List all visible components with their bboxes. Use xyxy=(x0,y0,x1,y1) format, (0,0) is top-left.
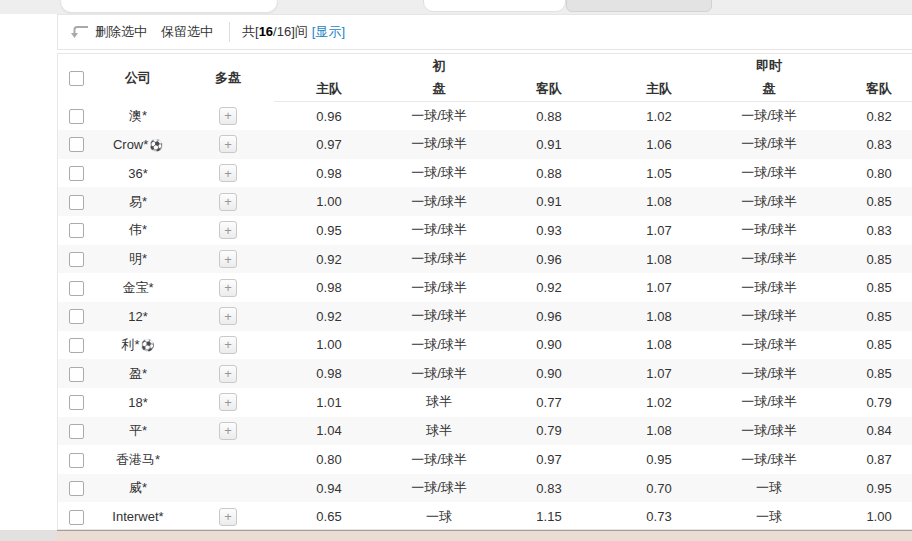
live-away-odds: 0.85 xyxy=(824,331,912,360)
row-checkbox[interactable] xyxy=(69,481,84,496)
row-checkbox[interactable] xyxy=(69,137,84,152)
column-header-live-away: 客队 xyxy=(824,77,912,102)
row-checkbox[interactable] xyxy=(69,166,84,181)
select-all-checkbox[interactable] xyxy=(69,71,84,86)
init-handicap: 一球/球半 xyxy=(384,474,494,503)
table-row: 利*⚽ + 1.00 一球/球半 0.90 1.08 一球/球半 0.85 xyxy=(58,331,912,360)
live-home-odds: 1.07 xyxy=(604,273,714,302)
company-name: 36* xyxy=(128,166,148,181)
live-home-odds: 0.70 xyxy=(604,474,714,503)
init-home-odds: 0.95 xyxy=(274,216,384,245)
live-away-odds: 0.84 xyxy=(824,417,912,446)
company-name: 12* xyxy=(128,309,148,324)
row-checkbox[interactable] xyxy=(69,252,84,267)
expand-plus-button[interactable]: + xyxy=(219,393,237,411)
show-link[interactable]: [显示] xyxy=(312,23,345,41)
company-name: 伟* xyxy=(129,222,147,237)
row-checkbox[interactable] xyxy=(69,367,84,382)
top-search-input[interactable] xyxy=(60,0,278,13)
group-header-initial: 初 xyxy=(274,54,604,77)
row-checkbox[interactable] xyxy=(69,510,84,525)
live-home-odds: 1.08 xyxy=(604,187,714,216)
expand-plus-button[interactable]: + xyxy=(219,279,237,297)
init-away-odds: 0.88 xyxy=(494,102,604,131)
init-handicap: 一球/球半 xyxy=(384,273,494,302)
expand-plus-button[interactable]: + xyxy=(219,221,237,239)
init-home-odds: 0.96 xyxy=(274,102,384,131)
expand-plus-button[interactable]: + xyxy=(219,135,237,153)
init-home-odds: 0.98 xyxy=(274,159,384,188)
row-checkbox[interactable] xyxy=(69,309,84,324)
row-checkbox[interactable] xyxy=(69,195,84,210)
live-home-odds: 0.73 xyxy=(604,502,714,530)
live-handicap: 一球/球半 xyxy=(714,273,824,302)
column-header-init-away: 客队 xyxy=(494,77,604,102)
top-button[interactable] xyxy=(566,0,712,12)
live-home-odds: 0.95 xyxy=(604,445,714,474)
init-away-odds: 0.79 xyxy=(494,417,604,446)
init-handicap: 球半 xyxy=(384,388,494,417)
expand-plus-button[interactable]: + xyxy=(219,193,237,211)
table-row: 伟* + 0.95 一球/球半 0.93 1.07 一球/球半 0.83 xyxy=(58,216,912,245)
top-strip xyxy=(0,0,912,14)
expand-plus-button[interactable]: + xyxy=(219,107,237,125)
init-away-odds: 0.97 xyxy=(494,445,604,474)
expand-plus-button[interactable]: + xyxy=(219,422,237,440)
init-handicap: 一球/球半 xyxy=(384,359,494,388)
init-home-odds: 1.01 xyxy=(274,388,384,417)
live-away-odds: 0.85 xyxy=(824,302,912,331)
odds-table: 公司 多盘 初 即时 主队 盘 客队 主队 盘 客队 澳* + 0.96 一球/… xyxy=(58,54,912,530)
init-away-odds: 0.92 xyxy=(494,273,604,302)
row-checkbox[interactable] xyxy=(69,424,84,439)
keep-selected-button[interactable]: 保留选中 xyxy=(161,23,213,41)
init-away-odds: 0.91 xyxy=(494,130,604,159)
init-home-odds: 0.97 xyxy=(274,130,384,159)
row-checkbox[interactable] xyxy=(69,453,84,468)
init-away-odds: 0.91 xyxy=(494,187,604,216)
expand-plus-button[interactable]: + xyxy=(219,365,237,383)
row-checkbox[interactable] xyxy=(69,395,84,410)
page: 删除选中 保留选中 共[16/16]间 [显示] 公司 多盘 初 即时 xyxy=(0,0,912,541)
init-home-odds: 0.80 xyxy=(274,445,384,474)
live-handicap: 一球 xyxy=(714,474,824,503)
soccer-ball-icon: ⚽ xyxy=(141,339,155,351)
live-home-odds: 1.08 xyxy=(604,417,714,446)
bottom-scrollbar-track[interactable] xyxy=(57,530,912,541)
table-row: 金宝* + 0.98 一球/球半 0.92 1.07 一球/球半 0.85 xyxy=(58,273,912,302)
init-away-odds: 0.93 xyxy=(494,216,604,245)
expand-plus-button[interactable]: + xyxy=(219,508,237,526)
init-handicap: 一球/球半 xyxy=(384,245,494,274)
expand-plus-button[interactable]: + xyxy=(219,164,237,182)
bottom-scrollbar[interactable] xyxy=(0,530,912,541)
live-handicap: 一球/球半 xyxy=(714,130,824,159)
row-checkbox[interactable] xyxy=(69,109,84,124)
live-handicap: 一球/球半 xyxy=(714,187,824,216)
top-filter-input[interactable] xyxy=(423,0,566,12)
table-row: Crow*⚽ + 0.97 一球/球半 0.91 1.06 一球/球半 0.83 xyxy=(58,130,912,159)
column-header-live-handicap: 盘 xyxy=(714,77,824,102)
init-home-odds: 1.04 xyxy=(274,417,384,446)
live-home-odds: 1.02 xyxy=(604,102,714,131)
expand-plus-button[interactable]: + xyxy=(219,336,237,354)
live-away-odds: 0.85 xyxy=(824,273,912,302)
init-away-odds: 0.90 xyxy=(494,331,604,360)
row-checkbox[interactable] xyxy=(69,338,84,353)
live-away-odds: 0.85 xyxy=(824,245,912,274)
init-handicap: 一球/球半 xyxy=(384,216,494,245)
expand-plus-button[interactable]: + xyxy=(219,250,237,268)
table-row: 平* + 1.04 球半 0.79 1.08 一球/球半 0.84 xyxy=(58,417,912,446)
live-handicap: 一球/球半 xyxy=(714,216,824,245)
row-checkbox[interactable] xyxy=(69,281,84,296)
init-home-odds: 0.94 xyxy=(274,474,384,503)
group-header-live: 即时 xyxy=(604,54,912,77)
live-away-odds: 0.79 xyxy=(824,388,912,417)
table-row: 盈* + 0.98 一球/球半 0.90 1.07 一球/球半 0.85 xyxy=(58,359,912,388)
expand-plus-button[interactable]: + xyxy=(219,307,237,325)
init-handicap: 一球/球半 xyxy=(384,159,494,188)
company-name: 金宝* xyxy=(122,280,153,295)
delete-selected-button[interactable]: 删除选中 xyxy=(95,23,147,41)
table-row: 威* 0.94 一球/球半 0.83 0.70 一球 0.95 xyxy=(58,474,912,503)
init-handicap: 一球/球半 xyxy=(384,445,494,474)
column-header-multi: 多盘 xyxy=(182,54,274,102)
row-checkbox[interactable] xyxy=(69,223,84,238)
